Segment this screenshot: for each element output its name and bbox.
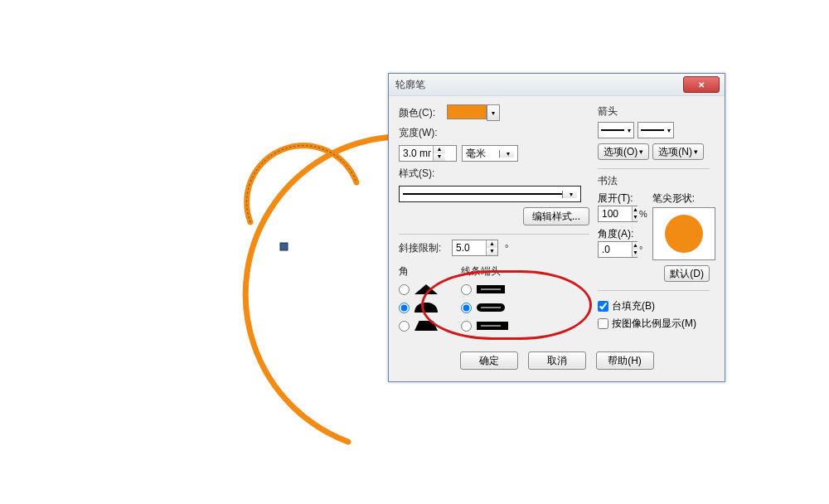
dropdown-icon: ▾: [562, 191, 577, 198]
cap-radio-butt[interactable]: [461, 284, 472, 295]
close-icon: ✕: [698, 80, 705, 90]
cap-butt-icon: [477, 285, 505, 293]
behind-fill-label: 台填充(B): [612, 299, 655, 313]
corner-round-icon: [414, 303, 438, 313]
cap-square-icon: [477, 322, 508, 330]
corners-group: 角: [399, 264, 438, 333]
angle-suffix: °: [639, 245, 642, 254]
spin-up-icon[interactable]: ▲: [487, 240, 497, 248]
help-button[interactable]: 帮助(H): [596, 351, 654, 370]
left-column: 颜色(C): ▾ 宽度(W): ▲▼ 毫米 ▾: [399, 104, 589, 333]
angle-input[interactable]: [599, 242, 632, 257]
spin-up-icon[interactable]: ▲: [633, 242, 638, 250]
pen-dot-icon: [665, 215, 703, 253]
dialog-footer: 确定 取消 帮助(H): [399, 351, 715, 370]
calligraphy-title: 书法: [598, 174, 710, 188]
default-button[interactable]: 默认(D): [664, 265, 710, 282]
width-value-spinner[interactable]: ▲▼: [399, 145, 457, 162]
behind-fill-checkbox[interactable]: [598, 301, 608, 312]
miter-spinner[interactable]: ▲▼: [452, 240, 498, 256]
svg-rect-0: [280, 243, 288, 250]
ok-button[interactable]: 确定: [460, 351, 518, 370]
spin-down-icon[interactable]: ▼: [633, 214, 638, 221]
caps-group: 线条端头: [461, 264, 508, 333]
corner-radio-round[interactable]: [399, 303, 410, 313]
line-style-preview: [403, 193, 562, 195]
edit-style-button[interactable]: 编辑样式...: [523, 207, 589, 225]
width-unit-select[interactable]: 毫米 ▾: [462, 145, 518, 162]
corner-option-sharp[interactable]: [399, 282, 438, 297]
penshape-label: 笔尖形状:: [652, 191, 715, 206]
corner-radio-sharp[interactable]: [399, 284, 410, 295]
corner-sharp-icon: [414, 284, 438, 294]
penshape-preview: [652, 207, 715, 260]
cap-option-round[interactable]: [461, 300, 508, 315]
scale-checkbox[interactable]: [598, 318, 608, 329]
close-button[interactable]: ✕: [683, 76, 720, 93]
corner-option-round[interactable]: [399, 300, 438, 315]
separator: [598, 168, 710, 169]
corners-label: 角: [399, 264, 438, 279]
stretch-input[interactable]: [599, 206, 632, 221]
style-label: 样式(S):: [399, 167, 442, 181]
miter-label: 斜接限制:: [399, 241, 447, 255]
miter-suffix: °: [505, 243, 508, 253]
dropdown-icon: ▾: [499, 150, 514, 158]
angle-label: 角度(A):: [598, 227, 647, 241]
caps-label: 线条端头: [461, 264, 508, 279]
spin-down-icon[interactable]: ▼: [434, 153, 445, 161]
cap-radio-square[interactable]: [461, 321, 472, 332]
cap-option-butt[interactable]: [461, 282, 508, 297]
color-label: 颜色(C):: [399, 106, 442, 120]
color-swatch[interactable]: [447, 104, 487, 119]
dialog-title: 轮廓笔: [395, 78, 683, 92]
spin-up-icon[interactable]: ▲: [633, 206, 638, 214]
arrows-group: 箭头 ▾ ▾ 选项(O) 选项(N): [598, 104, 710, 165]
angle-spinner[interactable]: ▲▼: [598, 241, 638, 258]
cap-round-icon: [477, 303, 505, 312]
cap-option-square[interactable]: [461, 318, 508, 333]
arrow-start-select[interactable]: ▾: [598, 122, 634, 138]
titlebar[interactable]: 轮廓笔 ✕: [389, 74, 725, 96]
cap-radio-round[interactable]: [461, 303, 472, 313]
width-label: 宽度(W):: [399, 126, 442, 140]
miter-input[interactable]: [453, 240, 486, 255]
corner-option-bevel[interactable]: [399, 318, 438, 333]
width-input[interactable]: [400, 146, 433, 161]
stretch-suffix: %: [639, 209, 647, 219]
separator: [598, 290, 710, 291]
separator: [399, 234, 589, 235]
spin-down-icon[interactable]: ▼: [633, 250, 638, 257]
spin-down-icon[interactable]: ▼: [487, 248, 497, 255]
behind-fill-row[interactable]: 台填充(B): [598, 299, 710, 313]
arrow-end-options-button[interactable]: 选项(N): [652, 143, 704, 160]
corner-radio-bevel[interactable]: [399, 321, 410, 332]
scale-with-image-row[interactable]: 按图像比例显示(M): [598, 317, 710, 331]
cancel-button[interactable]: 取消: [528, 351, 586, 370]
arrow-end-select[interactable]: ▾: [638, 122, 674, 138]
color-dropdown-icon[interactable]: ▾: [487, 104, 500, 121]
right-column: 箭头 ▾ ▾ 选项(O) 选项(N) 书法 展开(T):: [598, 104, 710, 333]
width-unit-label: 毫米: [466, 147, 499, 161]
stretch-spinner[interactable]: ▲▼: [598, 206, 638, 222]
outline-pen-dialog: 轮廓笔 ✕ 颜色(C): ▾ 宽度(W): ▲▼: [388, 73, 725, 382]
arrow-start-options-button[interactable]: 选项(O): [598, 143, 649, 160]
style-select[interactable]: ▾: [399, 186, 581, 202]
calligraphy-group: 书法 展开(T): ▲▼ % 角度(A):: [598, 174, 710, 287]
arrows-title: 箭头: [598, 104, 710, 119]
stretch-label: 展开(T):: [598, 191, 647, 206]
spin-up-icon[interactable]: ▲: [434, 146, 445, 153]
scale-label: 按图像比例显示(M): [612, 317, 696, 331]
corner-bevel-icon: [414, 321, 438, 331]
